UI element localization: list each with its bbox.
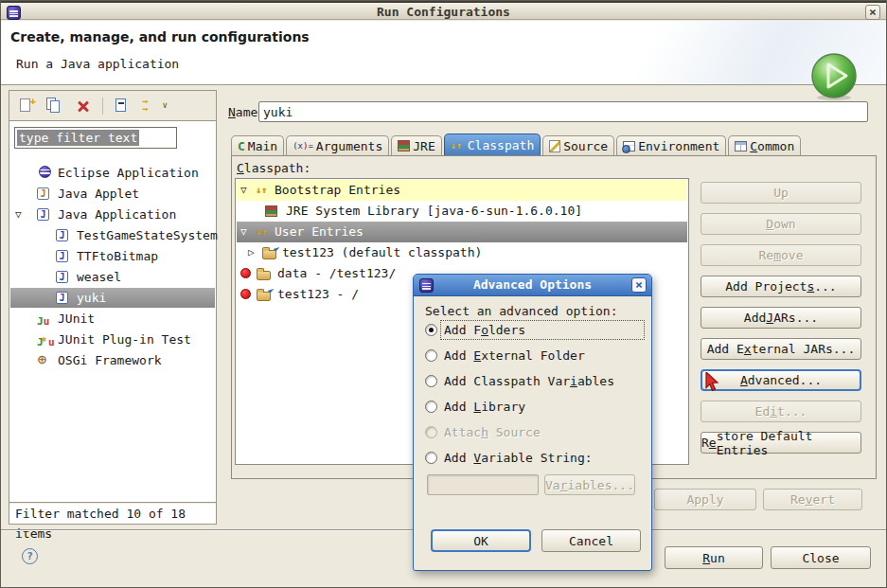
radio-icon[interactable] <box>425 401 437 413</box>
radio-selected-icon[interactable] <box>425 324 437 336</box>
tab-bar: Main Arguments JRE Classpath Source Envi… <box>231 134 803 155</box>
tree-item-osgi-framework[interactable]: OSGi Framework <box>10 350 215 370</box>
source-tab-icon <box>549 140 560 152</box>
collapse-all-icon[interactable] <box>113 97 132 116</box>
dialog-prompt: Select an advanced option: <box>425 304 618 318</box>
dialog-close-icon[interactable] <box>631 277 647 293</box>
dialog-title: Advanced Options <box>414 277 651 292</box>
option-add-variable-string[interactable]: Add Variable String: <box>414 448 648 468</box>
restore-default-entries-button[interactable]: Restore Default Entries <box>701 432 861 454</box>
tree-item-eclipse-application[interactable]: Eclipse Application <box>10 163 215 183</box>
common-tab-icon <box>735 141 747 151</box>
user-entries-icon <box>256 222 270 242</box>
classpath-folder-icon <box>257 292 271 301</box>
tree-item-yuki-selected[interactable]: yuki <box>10 288 215 308</box>
classpath-tab-icon <box>451 140 465 151</box>
down-button[interactable]: Down <box>701 213 861 235</box>
advanced-button[interactable]: Advanced... <box>701 369 861 391</box>
window-close-icon[interactable] <box>865 5 880 20</box>
tab-label: Source <box>563 139 608 153</box>
window-titlebar[interactable]: Run Configurations <box>1 1 886 20</box>
tree-item-junit[interactable]: JuJUnit <box>10 309 215 329</box>
revert-button[interactable]: Revert <box>763 489 862 510</box>
tree-item-junit-plugin-test[interactable]: J✱uJUnit Plug-in Test <box>10 330 215 349</box>
library-icon <box>265 205 277 217</box>
error-marker-icon <box>240 268 251 278</box>
tree-item-testgamestatesystem[interactable]: TestGameStateSystem <box>10 225 215 245</box>
option-add-library[interactable]: Add Library <box>414 397 648 417</box>
advanced-options-dialog: Advanced Options Select an advanced opti… <box>413 274 652 571</box>
option-add-external-folder[interactable]: Add External Folder <box>414 346 648 365</box>
edit-button[interactable]: Edit... <box>701 401 861 422</box>
row-test123-default-classpath[interactable]: ▷test123 (default classpath) <box>237 242 687 263</box>
tree-item-java-applet[interactable]: Java Applet <box>10 184 215 204</box>
cancel-button[interactable]: Cancel <box>541 529 641 552</box>
page-subtitle: Run a Java application <box>16 57 179 71</box>
tab-main[interactable]: Main <box>231 135 284 155</box>
option-attach-source-disabled: Attach Source <box>414 422 648 442</box>
dialog-titlebar[interactable]: Advanced Options <box>414 275 651 296</box>
main-tab-icon <box>238 139 245 153</box>
classpath-folder-icon <box>262 250 276 259</box>
toolbar-separator <box>102 98 103 115</box>
radio-icon[interactable] <box>425 349 437 362</box>
row-bootstrap-entries[interactable]: ▽Bootstrap Entries <box>237 180 687 201</box>
expanded-twistie-icon[interactable]: ▽ <box>240 180 247 201</box>
tree-item-weasel[interactable]: weasel <box>10 267 215 287</box>
run-play-icon <box>808 51 860 102</box>
option-add-folders[interactable]: Add Folders <box>414 320 648 340</box>
java-applet-icon <box>37 187 49 200</box>
remove-button[interactable]: Remove <box>701 244 861 266</box>
row-user-entries-selected[interactable]: ▽User Entries <box>237 222 687 242</box>
header-banner: Create, manage, and run configurations R… <box>1 21 886 85</box>
radio-icon[interactable] <box>425 452 437 464</box>
java-application-icon <box>56 271 68 283</box>
option-add-classpath-variables[interactable]: Add Classpath Variables <box>414 371 648 391</box>
tab-source[interactable]: Source <box>542 135 614 155</box>
tab-label: Common <box>750 139 794 153</box>
collapsed-twistie-icon[interactable]: ▷ <box>248 242 255 263</box>
up-button[interactable]: Up <box>701 182 861 204</box>
tree-item-java-application[interactable]: ▽Java Application <box>10 205 215 224</box>
page-title: Create, manage, and run configurations <box>10 29 310 45</box>
error-marker-icon <box>240 289 251 299</box>
window-title: Run Configurations <box>1 5 886 19</box>
filter-text: type filter text <box>17 130 139 146</box>
add-jars-button[interactable]: Add JARs... <box>701 307 861 329</box>
tab-classpath-selected[interactable]: Classpath <box>444 134 541 155</box>
close-button[interactable]: Close <box>771 546 871 569</box>
tab-jre[interactable]: JRE <box>391 135 441 155</box>
run-configurations-window: Run Configurations Create, manage, and r… <box>0 0 887 588</box>
radio-disabled-icon <box>425 426 437 438</box>
radio-icon[interactable] <box>425 375 437 387</box>
delete-configuration-icon[interactable] <box>74 97 93 116</box>
osgi-framework-icon <box>37 353 47 365</box>
run-button[interactable]: Run <box>665 546 763 569</box>
expanded-twistie-icon[interactable]: ▽ <box>15 205 22 224</box>
environment-tab-icon <box>623 141 635 151</box>
add-external-jars-button[interactable]: Add External JARs... <box>701 338 861 360</box>
mouse-cursor-icon <box>705 372 722 392</box>
expanded-twistie-icon[interactable]: ▽ <box>240 222 247 242</box>
tab-environment[interactable]: Environment <box>616 135 726 155</box>
variables-button[interactable]: Variables... <box>544 474 635 495</box>
filter-status: Filter matched 10 of 18 items <box>9 504 216 524</box>
row-jre-system-library[interactable]: JRE System Library [java-6-sun-1.6.0.10] <box>237 201 687 222</box>
tab-common[interactable]: Common <box>728 135 801 155</box>
duplicate-configuration-icon[interactable] <box>45 97 64 116</box>
filter-input[interactable]: type filter text <box>14 127 177 149</box>
tree-item-ttftobitmap[interactable]: TTFtoBitmap <box>10 246 215 266</box>
jre-tab-icon <box>398 140 410 151</box>
java-application-icon <box>56 229 68 241</box>
ok-button[interactable]: OK <box>431 529 531 552</box>
filter-menu-icon[interactable]: →→∨ <box>141 97 166 116</box>
add-projects-button[interactable]: Add Projects... <box>701 276 861 297</box>
name-input[interactable] <box>258 101 868 122</box>
sidebar-toolbar: + →→∨ <box>9 91 216 121</box>
configurations-sidebar: + →→∨ type filter text Eclipse Applicati… <box>9 90 217 525</box>
eclipse-application-icon <box>39 166 51 178</box>
new-configuration-icon[interactable]: + <box>17 97 36 116</box>
help-icon[interactable] <box>22 548 38 564</box>
tab-arguments[interactable]: Arguments <box>286 135 389 155</box>
apply-button[interactable]: Apply <box>654 489 756 510</box>
